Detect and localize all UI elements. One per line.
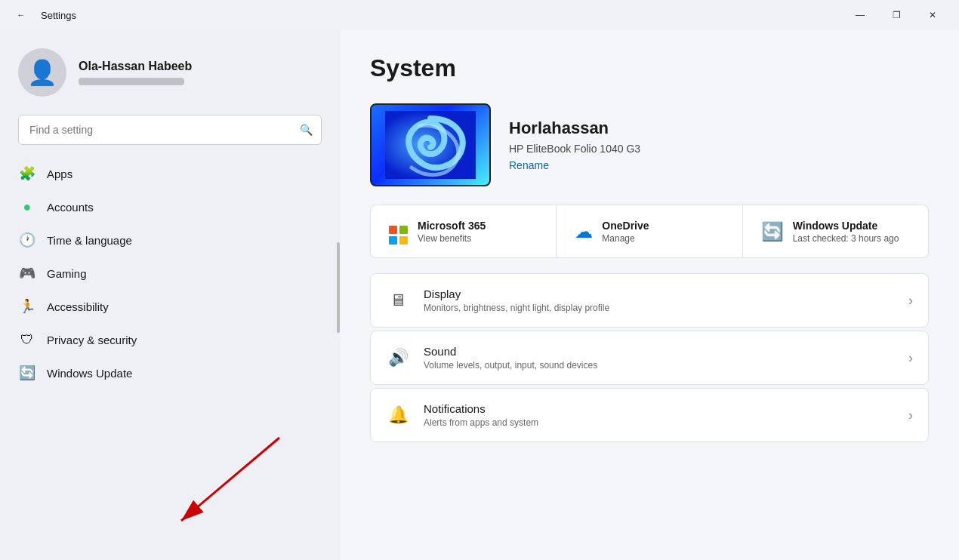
sidebar-item-label: Privacy & security xyxy=(47,334,137,346)
windows-update-sublabel: Last checked: 3 hours ago xyxy=(793,233,899,244)
user-icon: 👤 xyxy=(27,58,57,87)
onedrive-icon: ☁ xyxy=(575,221,593,242)
app-title: Settings xyxy=(41,10,76,21)
window-controls: — ❐ ✕ xyxy=(843,3,950,27)
ms365-sublabel: View benefits xyxy=(418,233,486,244)
display-desc: Monitors, brightness, night light, displ… xyxy=(424,303,609,313)
windows-swirl-icon xyxy=(385,111,476,179)
sidebar-item-label: Accessibility xyxy=(47,300,109,313)
notifications-icon: 🔔 xyxy=(386,405,410,425)
ms365-action[interactable]: Microsoft 365 View benefits xyxy=(371,205,557,257)
notifications-row[interactable]: 🔔 Notifications Alerts from apps and sys… xyxy=(370,388,929,442)
notifications-chevron: › xyxy=(908,408,913,423)
title-bar-left: ← Settings xyxy=(9,3,76,27)
app-container: 👤 Ola-Hassan Habeeb 🔍 🧩 Apps ● Accounts xyxy=(0,30,959,560)
windows-update-text: Windows Update Last checked: 3 hours ago xyxy=(793,220,899,244)
user-info: Ola-Hassan Habeeb xyxy=(79,60,192,85)
sound-icon: 🔊 xyxy=(386,348,410,368)
sound-row[interactable]: 🔊 Sound Volume levels, output, input, so… xyxy=(370,331,929,385)
page-title: System xyxy=(370,54,929,82)
onedrive-sublabel: Manage xyxy=(602,233,649,244)
user-email-bar xyxy=(79,78,184,85)
apps-icon: 🧩 xyxy=(18,165,36,183)
rename-link[interactable]: Rename xyxy=(509,159,640,171)
onedrive-action[interactable]: ☁ OneDrive Manage xyxy=(557,205,742,257)
device-card: Horlahassan HP EliteBook Folio 1040 G3 R… xyxy=(370,103,929,186)
ms365-label: Microsoft 365 xyxy=(418,220,486,232)
back-button[interactable]: ← xyxy=(9,3,33,27)
display-row-left: 🖥 Display Monitors, brightness, night li… xyxy=(386,288,609,313)
sidebar-item-apps[interactable]: 🧩 Apps xyxy=(6,157,334,190)
close-button[interactable]: ✕ xyxy=(915,3,950,27)
sidebar-item-accessibility[interactable]: 🏃 Accessibility xyxy=(6,290,334,323)
settings-list: 🖥 Display Monitors, brightness, night li… xyxy=(370,273,929,442)
notifications-row-left: 🔔 Notifications Alerts from apps and sys… xyxy=(386,402,538,428)
user-name: Ola-Hassan Habeeb xyxy=(79,60,192,73)
sound-label: Sound xyxy=(424,345,597,358)
sidebar-item-privacy-security[interactable]: 🛡 Privacy & security xyxy=(6,323,334,356)
device-info: Horlahassan HP EliteBook Folio 1040 G3 R… xyxy=(509,118,640,171)
display-chevron: › xyxy=(908,293,913,309)
search-input[interactable] xyxy=(18,115,322,145)
ms365-icon xyxy=(389,217,409,245)
accessibility-icon: 🏃 xyxy=(18,297,36,315)
windows-update-qa-icon: 🔄 xyxy=(761,221,784,242)
sidebar: 👤 Ola-Hassan Habeeb 🔍 🧩 Apps ● Accounts xyxy=(0,30,340,560)
title-bar: ← Settings — ❐ ✕ xyxy=(0,0,959,30)
time-icon: 🕐 xyxy=(18,231,36,249)
onedrive-text: OneDrive Manage xyxy=(602,220,649,244)
sidebar-item-label: Time & language xyxy=(47,234,132,247)
sound-text: Sound Volume levels, output, input, soun… xyxy=(424,345,597,371)
notifications-text: Notifications Alerts from apps and syste… xyxy=(424,402,538,428)
search-icon: 🔍 xyxy=(300,124,313,136)
sidebar-item-label: Accounts xyxy=(47,201,94,214)
notifications-label: Notifications xyxy=(424,402,538,415)
gaming-icon: 🎮 xyxy=(18,264,36,282)
sound-chevron: › xyxy=(908,350,913,366)
nav-list: 🧩 Apps ● Accounts 🕐 Time & language 🎮 Ga… xyxy=(0,157,340,560)
notifications-desc: Alerts from apps and system xyxy=(424,417,538,428)
sidebar-item-time-language[interactable]: 🕐 Time & language xyxy=(6,223,334,257)
sidebar-item-accounts[interactable]: ● Accounts xyxy=(6,190,334,223)
maximize-button[interactable]: ❐ xyxy=(879,3,914,27)
windows-update-label: Windows Update xyxy=(793,220,899,232)
windows-update-action[interactable]: 🔄 Windows Update Last checked: 3 hours a… xyxy=(743,205,928,257)
search-box[interactable]: 🔍 xyxy=(18,115,322,145)
display-icon: 🖥 xyxy=(386,291,410,310)
sidebar-item-label: Windows Update xyxy=(47,367,132,380)
sidebar-item-gaming[interactable]: 🎮 Gaming xyxy=(6,257,334,290)
device-image xyxy=(370,103,491,186)
sound-row-left: 🔊 Sound Volume levels, output, input, so… xyxy=(386,345,597,371)
main-content: System Horl xyxy=(340,30,959,560)
avatar: 👤 xyxy=(18,48,66,97)
display-label: Display xyxy=(424,288,609,300)
display-text: Display Monitors, brightness, night ligh… xyxy=(424,288,609,313)
quick-actions: Microsoft 365 View benefits ☁ OneDrive M… xyxy=(370,205,929,258)
onedrive-label: OneDrive xyxy=(602,220,649,232)
sound-desc: Volume levels, output, input, sound devi… xyxy=(424,360,597,371)
accounts-icon: ● xyxy=(18,198,36,216)
privacy-icon: 🛡 xyxy=(18,331,36,349)
device-name: Horlahassan xyxy=(509,118,640,138)
windows-update-icon: 🔄 xyxy=(18,364,36,382)
minimize-button[interactable]: — xyxy=(843,3,877,27)
display-row[interactable]: 🖥 Display Monitors, brightness, night li… xyxy=(370,273,929,328)
device-model: HP EliteBook Folio 1040 G3 xyxy=(509,143,640,155)
sidebar-item-label: Apps xyxy=(47,168,72,180)
sidebar-item-label: Gaming xyxy=(47,267,87,280)
sidebar-item-windows-update[interactable]: 🔄 Windows Update xyxy=(6,356,334,389)
ms365-text: Microsoft 365 View benefits xyxy=(418,220,486,244)
user-section[interactable]: 👤 Ola-Hassan Habeeb xyxy=(0,30,340,109)
